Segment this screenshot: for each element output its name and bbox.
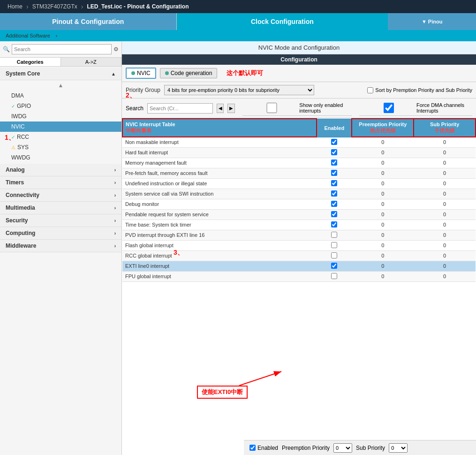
enabled-cell[interactable] — [317, 189, 352, 199]
enabled-cell[interactable] — [317, 147, 352, 158]
gpio-check-icon: ✓ — [11, 104, 15, 109]
system-core-header[interactable]: System Core ▲ — [0, 68, 121, 80]
tab-code-gen[interactable]: Code generation — [160, 68, 218, 78]
nvic-label: NVIC — [11, 123, 25, 130]
show-only-checkbox[interactable] — [246, 103, 298, 113]
nvic-tab-label: NVIC — [137, 70, 151, 76]
sidebar-search-row: 🔍 ⚙ — [0, 41, 121, 58]
th-preemption: Preemption Priority 抢占优先级 — [352, 119, 414, 137]
show-only-label: Show only enabled interrupts — [299, 102, 348, 114]
interrupt-name-cell: RCC global interrupt — [122, 250, 317, 261]
sub-cell: 0 — [414, 271, 476, 281]
content-title: NVIC Mode and Configuration — [122, 41, 476, 54]
sub-tab-additional[interactable]: Additional Software — [2, 32, 54, 39]
tab-az[interactable]: A->Z — [61, 58, 122, 66]
scroll-up[interactable]: ▲ — [0, 80, 121, 91]
nvic-dot — [131, 71, 135, 75]
table-row: Non maskable interrupt00 — [122, 137, 476, 147]
analog-header[interactable]: Analog › — [0, 164, 121, 176]
enabled-cell[interactable] — [317, 240, 352, 250]
annotation-preempt: 抢占优先级 — [370, 128, 396, 133]
annotation-sub: 子优先级 — [434, 128, 455, 133]
bottom-preemption-select[interactable]: 0 — [333, 443, 352, 453]
sidebar-item-gpio[interactable]: ✓ GPIO — [0, 101, 121, 111]
rcc-label: RCC — [17, 134, 29, 140]
force-dma-checkbox[interactable] — [363, 103, 415, 113]
sub-cell: 0 — [414, 178, 476, 189]
enabled-cell[interactable] — [317, 261, 352, 271]
table-row: FPU global interrupt00 — [122, 271, 476, 281]
annotation-table-chinese: 中断向量表 — [126, 128, 151, 133]
interrupt-name-cell: Debug monitor — [122, 199, 317, 209]
sidebar-item-rcc[interactable]: ✓ RCC — [0, 132, 121, 142]
enabled-cell[interactable] — [317, 158, 352, 168]
search-prev-btn[interactable]: ◀ — [217, 104, 224, 113]
gear-icon[interactable]: ⚙ — [113, 46, 119, 53]
sidebar-item-sys[interactable]: ⚠ SYS — [0, 142, 121, 152]
connectivity-header[interactable]: Connectivity › — [0, 189, 121, 202]
preemption-cell: 0 — [352, 250, 414, 261]
breadcrumb-device[interactable]: STM32F407ZGTx — [29, 1, 81, 12]
timers-header[interactable]: Timers › — [0, 176, 121, 189]
enabled-cell[interactable] — [317, 220, 352, 230]
bottom-preemption-label: Preemption Priority — [282, 445, 330, 451]
multimedia-header[interactable]: Multimedia › — [0, 202, 121, 214]
enabled-cell[interactable] — [317, 250, 352, 261]
tab-additional[interactable]: ▼ Pinou — [388, 13, 476, 30]
tab-nvic[interactable]: NVIC — [126, 68, 156, 79]
connectivity-arrow: › — [114, 193, 116, 198]
rcc-check-icon: ✓ — [11, 135, 15, 140]
tab-clock[interactable]: Clock Configuration — [177, 13, 388, 30]
enabled-cell[interactable] — [317, 199, 352, 209]
security-header[interactable]: Security › — [0, 214, 121, 227]
search-next-btn[interactable]: ▶ — [227, 104, 234, 113]
enabled-cell[interactable] — [317, 209, 352, 220]
interrupt-name-cell: Hard fault interrupt — [122, 147, 317, 158]
table-container: NVIC Interrupt Table 中断向量表 Enabled Preem… — [122, 118, 476, 455]
tab-additional-label: ▼ Pinou — [422, 19, 443, 24]
middleware-header[interactable]: Middleware › — [0, 240, 121, 252]
enabled-cell[interactable] — [317, 178, 352, 189]
enabled-cell[interactable] — [317, 168, 352, 178]
security-arrow: › — [114, 218, 116, 223]
bottom-sub-label: Sub Priority — [356, 445, 385, 451]
preemption-cell: 0 — [352, 230, 414, 240]
table-row: Time base: System tick timer00 — [122, 220, 476, 230]
interrupt-search-input[interactable] — [147, 103, 213, 114]
table-row: Hard fault interrupt00 — [122, 147, 476, 158]
preemption-cell: 0 — [352, 168, 414, 178]
sort-checkbox[interactable] — [367, 87, 373, 93]
bottom-enabled-checkbox[interactable] — [249, 445, 256, 451]
tab-categories[interactable]: Categories — [0, 58, 61, 66]
search-input[interactable] — [12, 44, 112, 54]
interrupt-name-cell: Undefined instruction or illegal state — [122, 178, 317, 189]
interrupt-name-cell: PVD interrupt through EXTI line 16 — [122, 230, 317, 240]
enabled-cell[interactable] — [317, 230, 352, 240]
system-core-arrow: ▲ — [111, 71, 116, 76]
sub-cell: 0 — [414, 261, 476, 271]
breadcrumb-home[interactable]: Home — [4, 1, 26, 12]
th-interrupt-name: NVIC Interrupt Table 中断向量表 — [122, 119, 317, 137]
sidebar-item-nvic[interactable]: NVIC — [0, 121, 121, 132]
interrupt-name-cell: FPU global interrupt — [122, 271, 317, 281]
annotation-default: 这个默认即可 — [227, 69, 263, 77]
tab-pinout[interactable]: Pinout & Configuration — [0, 13, 177, 30]
enabled-group: Enabled — [249, 445, 278, 451]
top-tabs: Pinout & Configuration Clock Configurati… — [0, 13, 476, 30]
config-section: Configuration — [122, 54, 476, 65]
enabled-cell[interactable] — [317, 137, 352, 147]
bottom-sub-select[interactable]: 0 — [389, 443, 408, 453]
priority-group-select[interactable]: 4 bits for pre-emption priority 0 bits f… — [164, 85, 314, 95]
nvic-interrupt-table: NVIC Interrupt Table 中断向量表 Enabled Preem… — [122, 118, 476, 282]
sub-cell: 0 — [414, 250, 476, 261]
timers-label: Timers — [6, 179, 24, 186]
sidebar-item-dma[interactable]: DMA — [0, 91, 121, 101]
breadcrumb-file[interactable]: LED_Test.ioc - Pinout & Configuration — [83, 1, 192, 12]
sub-cell: 0 — [414, 158, 476, 168]
enabled-cell[interactable] — [317, 271, 352, 281]
sidebar-item-iwdg[interactable]: IWDG — [0, 111, 121, 121]
sidebar-item-wwdg[interactable]: WWDG — [0, 152, 121, 163]
connectivity-label: Connectivity — [6, 192, 39, 198]
sys-warn-icon: ⚠ — [11, 145, 15, 150]
computing-header[interactable]: Computing › — [0, 227, 121, 240]
